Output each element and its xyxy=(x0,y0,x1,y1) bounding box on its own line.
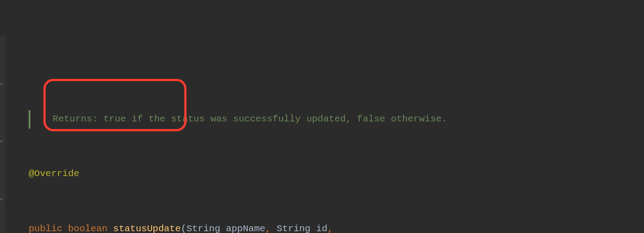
comma: , xyxy=(265,224,276,233)
sig-name: id xyxy=(310,224,327,233)
fold-marker-icon[interactable]: ▸ xyxy=(0,135,6,142)
doc-guide: Returns: true if the status was successf… xyxy=(29,110,447,129)
code-line-sig1: public boolean statusUpdate(String appNa… xyxy=(5,220,644,233)
sig-open: ( xyxy=(181,224,186,233)
comma: , xyxy=(327,224,333,233)
override-annotation: @Override xyxy=(29,168,79,179)
kw-public: public xyxy=(29,224,63,233)
sig-name: appName xyxy=(220,224,266,233)
fold-marks-area: ▸ ▸ ▸ xyxy=(0,0,6,92)
sig-type: String xyxy=(277,224,311,233)
fold-marker-icon[interactable]: ▸ xyxy=(0,193,6,199)
sig-type: String xyxy=(186,224,220,233)
doc-line: Returns: true if the status was successf… xyxy=(5,110,644,129)
code-line-annotation: @Override xyxy=(5,165,644,183)
fold-marker-icon[interactable]: ▸ xyxy=(0,78,6,84)
code-editor[interactable]: ▸ ▸ ▸ Returns: true if the status was su… xyxy=(0,0,644,233)
doc-returns: Returns: true if the status was successf… xyxy=(53,114,447,124)
kw-boolean: boolean xyxy=(68,224,107,233)
method-name: statusUpdate xyxy=(113,224,181,233)
